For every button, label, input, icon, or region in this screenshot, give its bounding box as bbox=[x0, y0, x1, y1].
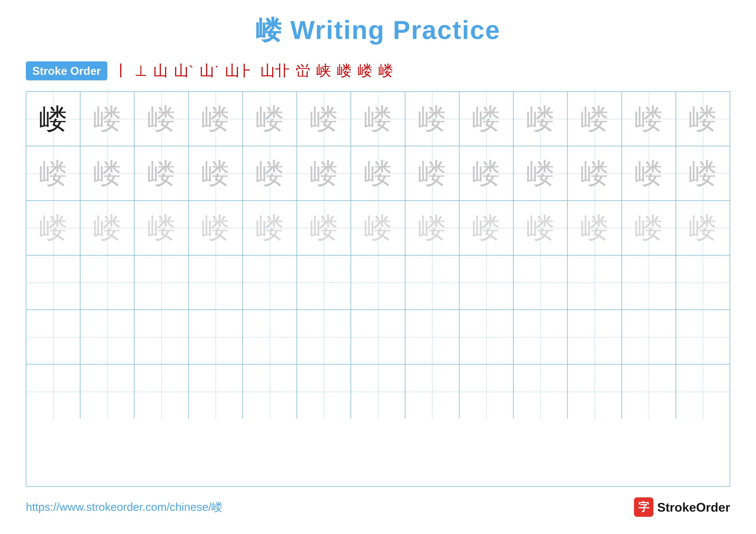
grid-cell[interactable]: 嵝 bbox=[80, 92, 134, 146]
grid-cell[interactable]: 嵝 bbox=[676, 201, 730, 255]
grid-cell[interactable] bbox=[568, 255, 622, 310]
grid-cell[interactable]: 嵝 bbox=[568, 146, 622, 200]
grid-cell[interactable]: 嵝 bbox=[26, 92, 80, 146]
grid-cell[interactable]: 嵝 bbox=[80, 146, 134, 200]
grid-cell[interactable]: 嵝 bbox=[297, 92, 351, 146]
grid-cell[interactable]: 嵝 bbox=[243, 146, 297, 200]
grid-cell[interactable] bbox=[297, 310, 351, 364]
grid-cell[interactable]: 嵝 bbox=[134, 92, 189, 146]
footer-url[interactable]: https://www.strokeorder.com/chinese/嵝 bbox=[26, 499, 223, 515]
grid-cell[interactable] bbox=[189, 365, 243, 419]
grid-cell[interactable] bbox=[243, 310, 297, 364]
stroke-order-row: Stroke Order 丨⊥山山`山˙山⺊山卝峃峡嵝嵝嵝 bbox=[26, 61, 730, 81]
practice-char: 嵝 bbox=[148, 159, 176, 188]
stroke-step: 峡 bbox=[316, 61, 331, 81]
grid-cell[interactable] bbox=[80, 255, 134, 310]
practice-char: 嵝 bbox=[418, 214, 446, 242]
grid-cell[interactable] bbox=[514, 365, 568, 419]
practice-char: 嵝 bbox=[93, 105, 121, 133]
grid-cell[interactable] bbox=[243, 255, 297, 310]
grid-cell[interactable]: 嵝 bbox=[243, 92, 297, 146]
grid-cell[interactable]: 嵝 bbox=[80, 201, 134, 255]
practice-char: 嵝 bbox=[364, 214, 392, 242]
grid-cell[interactable] bbox=[189, 310, 243, 364]
grid-cell[interactable]: 嵝 bbox=[26, 201, 80, 255]
grid-cell[interactable]: 嵝 bbox=[405, 201, 459, 255]
grid-cell[interactable] bbox=[243, 365, 297, 419]
grid-cell[interactable]: 嵝 bbox=[189, 201, 243, 255]
grid-cell[interactable] bbox=[568, 310, 622, 364]
grid-cell[interactable] bbox=[568, 365, 622, 419]
grid-cell[interactable]: 嵝 bbox=[297, 146, 351, 200]
footer: https://www.strokeorder.com/chinese/嵝 字 … bbox=[26, 497, 730, 517]
practice-char: 嵝 bbox=[93, 214, 121, 242]
practice-char: 嵝 bbox=[580, 214, 608, 242]
grid-cell[interactable] bbox=[26, 365, 80, 419]
grid-cell[interactable]: 嵝 bbox=[622, 201, 676, 255]
grid-cell[interactable] bbox=[622, 255, 676, 310]
grid-cell[interactable]: 嵝 bbox=[459, 201, 514, 255]
grid-cell[interactable] bbox=[134, 365, 189, 419]
grid-cell[interactable]: 嵝 bbox=[189, 92, 243, 146]
grid-cell[interactable]: 嵝 bbox=[351, 92, 405, 146]
grid-cell[interactable]: 嵝 bbox=[189, 146, 243, 200]
stroke-step: 山˙ bbox=[200, 61, 219, 81]
grid-cell[interactable] bbox=[459, 255, 514, 310]
grid-cell[interactable] bbox=[676, 365, 730, 419]
practice-char: 嵝 bbox=[526, 214, 554, 242]
grid-cell[interactable]: 嵝 bbox=[459, 92, 514, 146]
grid-cell[interactable]: 嵝 bbox=[243, 201, 297, 255]
practice-char: 嵝 bbox=[526, 105, 554, 133]
grid-cell[interactable] bbox=[351, 310, 405, 364]
grid-cell[interactable] bbox=[80, 310, 134, 364]
grid-cell[interactable] bbox=[405, 310, 459, 364]
grid-cell[interactable]: 嵝 bbox=[622, 146, 676, 200]
grid-cell[interactable]: 嵝 bbox=[459, 146, 514, 200]
stroke-step: 嵝 bbox=[378, 61, 393, 81]
grid-cell[interactable] bbox=[622, 365, 676, 419]
grid-cell[interactable]: 嵝 bbox=[134, 201, 189, 255]
stroke-step: 峃 bbox=[296, 61, 310, 81]
grid-cell[interactable]: 嵝 bbox=[351, 146, 405, 200]
practice-char: 嵝 bbox=[256, 214, 284, 242]
grid-cell[interactable] bbox=[405, 365, 459, 419]
grid-cell[interactable] bbox=[80, 365, 134, 419]
grid-cell[interactable]: 嵝 bbox=[622, 92, 676, 146]
grid-cell[interactable] bbox=[26, 310, 80, 364]
practice-char: 嵝 bbox=[310, 214, 338, 242]
grid-cell[interactable] bbox=[514, 255, 568, 310]
grid-cell[interactable]: 嵝 bbox=[351, 201, 405, 255]
grid-cell[interactable]: 嵝 bbox=[514, 146, 568, 200]
grid-cell[interactable] bbox=[405, 255, 459, 310]
grid-cell[interactable] bbox=[676, 310, 730, 364]
practice-char: 嵝 bbox=[580, 159, 608, 188]
grid-cell[interactable]: 嵝 bbox=[514, 92, 568, 146]
grid-cell[interactable]: 嵝 bbox=[514, 201, 568, 255]
stroke-step: 嵝 bbox=[358, 61, 372, 81]
practice-char: 嵝 bbox=[202, 105, 230, 133]
grid-cell[interactable]: 嵝 bbox=[134, 146, 189, 200]
grid-cell[interactable] bbox=[297, 365, 351, 419]
grid-cell[interactable]: 嵝 bbox=[676, 92, 730, 146]
grid-cell[interactable] bbox=[459, 310, 514, 364]
grid-cell[interactable] bbox=[351, 255, 405, 310]
grid-cell[interactable] bbox=[134, 255, 189, 310]
grid-cell[interactable]: 嵝 bbox=[26, 146, 80, 200]
grid-cell[interactable] bbox=[26, 255, 80, 310]
grid-cell[interactable] bbox=[351, 365, 405, 419]
grid-cell[interactable] bbox=[134, 310, 189, 364]
grid-cell[interactable]: 嵝 bbox=[568, 201, 622, 255]
grid-cell[interactable] bbox=[622, 310, 676, 364]
footer-logo: 字 StrokeOrder bbox=[634, 497, 730, 517]
practice-char: 嵝 bbox=[418, 159, 446, 188]
grid-cell[interactable] bbox=[676, 255, 730, 310]
grid-cell[interactable]: 嵝 bbox=[297, 201, 351, 255]
grid-cell[interactable] bbox=[297, 255, 351, 310]
grid-cell[interactable] bbox=[514, 310, 568, 364]
grid-cell[interactable] bbox=[459, 365, 514, 419]
grid-cell[interactable]: 嵝 bbox=[568, 92, 622, 146]
grid-cell[interactable]: 嵝 bbox=[676, 146, 730, 200]
grid-cell[interactable]: 嵝 bbox=[405, 92, 459, 146]
grid-cell[interactable]: 嵝 bbox=[405, 146, 459, 200]
grid-cell[interactable] bbox=[189, 255, 243, 310]
